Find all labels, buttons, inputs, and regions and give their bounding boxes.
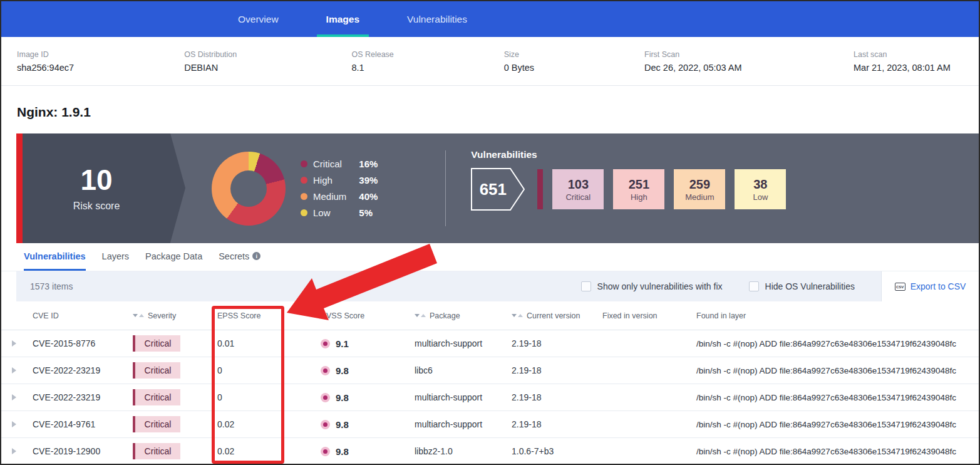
legend-label: Low bbox=[313, 207, 331, 218]
legend-item-medium: Medium bbox=[301, 191, 346, 202]
current-version: 2.19-18 bbox=[505, 419, 596, 429]
column-label: Found in layer bbox=[696, 311, 746, 320]
legend-dot-2 bbox=[301, 193, 307, 200]
column-label: Package bbox=[430, 311, 460, 320]
hide-os-vulns-checkbox[interactable] bbox=[749, 281, 759, 291]
column-header-cve-id[interactable]: CVE ID bbox=[26, 311, 126, 320]
column-header-package[interactable]: Package bbox=[408, 311, 505, 320]
app-window: Overview Images Vulnerabilities Image ID… bbox=[0, 0, 980, 465]
epss-score: 0.01 bbox=[211, 338, 314, 348]
legend-dot-3 bbox=[301, 209, 307, 216]
column-label: CVE ID bbox=[33, 311, 59, 320]
legend-item-critical: Critical bbox=[301, 159, 346, 169]
meta-value: DEBIAN bbox=[184, 63, 351, 73]
vuln-label: Critical bbox=[565, 192, 591, 202]
legend-pct: 5% bbox=[359, 207, 393, 218]
meta-label: OS Distribution bbox=[184, 50, 351, 59]
cvss-score: 9.1 bbox=[336, 338, 349, 349]
meta-os-distribution: OS Distribution DEBIAN bbox=[184, 50, 351, 73]
vuln-count: 251 bbox=[629, 177, 649, 191]
info-icon: i bbox=[252, 252, 260, 260]
column-header-epss-score[interactable]: EPSS Score bbox=[211, 311, 314, 320]
vuln-box-2: 259 Medium bbox=[674, 169, 725, 209]
column-header-cvss-score[interactable]: CVSS Score bbox=[314, 311, 408, 320]
risk-score-label: Risk score bbox=[73, 201, 120, 212]
expand-row-icon[interactable] bbox=[12, 367, 16, 374]
current-version: 1.0.6-7+b3 bbox=[505, 446, 596, 456]
meta-value: sha256:94ec7 bbox=[17, 63, 184, 73]
total-vulnerabilities-count: 651 bbox=[471, 168, 525, 211]
vulnerabilities-heading: Vulnerabilities bbox=[471, 149, 786, 160]
risk-summary-panel: 10 Risk score Critical 16% High 39% Medi… bbox=[16, 133, 979, 243]
expand-row-icon[interactable] bbox=[12, 394, 16, 400]
vuln-box-1: 251 High bbox=[613, 169, 664, 209]
table-row[interactable]: CVE-2019-12900 Critical 0.02 9.8 libbz2-… bbox=[1, 438, 979, 465]
meta-size: Size 0 Bytes bbox=[504, 50, 644, 73]
current-version: 2.19-18 bbox=[505, 338, 596, 348]
expand-row-icon[interactable] bbox=[12, 421, 16, 427]
severity-badge: Critical bbox=[133, 416, 180, 432]
nav-tab-images[interactable]: Images bbox=[326, 1, 359, 37]
table-row[interactable]: CVE-2015-8776 Critical 0.01 9.1 multiarc… bbox=[1, 330, 979, 357]
tab-vulnerabilities[interactable]: Vulnerabilities bbox=[24, 243, 86, 271]
meta-image-id: Image ID sha256:94ec7 bbox=[17, 50, 184, 73]
meta-first-scan: First Scan Dec 26, 2022, 05:03 AM bbox=[644, 50, 854, 73]
cvss-score: 9.8 bbox=[336, 419, 349, 430]
panel-divider bbox=[445, 150, 446, 226]
tab-secrets[interactable]: Secrets i bbox=[219, 243, 260, 271]
cvss-score-icon bbox=[321, 393, 330, 402]
expand-row-icon[interactable] bbox=[12, 448, 16, 454]
image-metadata-strip: Image ID sha256:94ec7 OS Distribution DE… bbox=[1, 37, 979, 86]
table-body: CVE-2015-8776 Critical 0.01 9.1 multiarc… bbox=[1, 330, 979, 465]
export-to-csv-button[interactable]: CSV Export to CSV bbox=[881, 271, 979, 301]
nav-tab-overview[interactable]: Overview bbox=[238, 1, 279, 37]
tab-layers[interactable]: Layers bbox=[102, 243, 130, 271]
top-navigation: Overview Images Vulnerabilities bbox=[1, 1, 979, 37]
total-vulnerabilities-badge: 651 bbox=[471, 168, 525, 211]
meta-label: OS Release bbox=[351, 50, 503, 59]
nav-tab-vulnerabilities[interactable]: Vulnerabilities bbox=[407, 1, 467, 37]
legend-dot-1 bbox=[301, 177, 307, 184]
tab-package-data[interactable]: Package Data bbox=[145, 243, 202, 271]
donut-legend: Critical 16% High 39% Medium 40% Low 5% bbox=[301, 159, 393, 218]
severity-badge: Critical bbox=[133, 389, 180, 405]
risk-score-block: 10 Risk score bbox=[23, 133, 170, 243]
sort-icon[interactable] bbox=[415, 314, 426, 317]
risk-score-value: 10 bbox=[80, 165, 112, 194]
vuln-box-0: 103 Critical bbox=[552, 169, 604, 209]
csv-file-icon: CSV bbox=[895, 283, 905, 291]
column-header-found-in-layer[interactable]: Found in layer bbox=[690, 311, 979, 320]
vuln-label: High bbox=[631, 192, 647, 202]
sort-icon[interactable] bbox=[133, 314, 144, 317]
found-in-layer: /bin/sh -c #(nop) ADD file:864a9927c63e4… bbox=[690, 447, 979, 456]
column-header-severity[interactable]: Severity bbox=[126, 311, 211, 320]
table-row[interactable]: CVE-2014-9761 Critical 0.02 9.8 multiarc… bbox=[1, 411, 979, 438]
cve-id[interactable]: CVE-2014-9761 bbox=[26, 419, 126, 429]
cve-id[interactable]: CVE-2022-23219 bbox=[26, 365, 126, 375]
package-name: multiarch-support bbox=[408, 392, 505, 402]
show-only-fix-checkbox[interactable] bbox=[581, 281, 591, 291]
legend-dot-0 bbox=[301, 160, 307, 167]
sort-icon[interactable] bbox=[512, 314, 523, 317]
cve-id[interactable]: CVE-2019-12900 bbox=[26, 446, 126, 456]
cve-id[interactable]: CVE-2015-8776 bbox=[26, 338, 126, 348]
found-in-layer: /bin/sh -c #(nop) ADD file:864a9927c63e4… bbox=[690, 366, 979, 375]
column-label: EPSS Score bbox=[217, 311, 260, 320]
meta-value: Mar 21, 2023, 08:01 AM bbox=[854, 63, 979, 73]
table-row[interactable]: CVE-2022-23219 Critical 0 9.8 multiarch-… bbox=[1, 384, 979, 411]
expand-row-icon[interactable] bbox=[12, 340, 16, 347]
legend-label: Critical bbox=[313, 159, 342, 169]
column-header-current-version[interactable]: Current version bbox=[505, 311, 596, 320]
table-toolbar: 1573 items Show only vulnerabilities wit… bbox=[16, 271, 979, 301]
cvss-score-icon bbox=[321, 420, 330, 429]
cve-id[interactable]: CVE-2022-23219 bbox=[26, 392, 126, 402]
column-header-fixed-in-version[interactable]: Fixed in version bbox=[596, 311, 690, 320]
epss-score: 0.02 bbox=[211, 419, 314, 429]
package-name: libc6 bbox=[408, 365, 505, 375]
meta-label: Image ID bbox=[17, 50, 184, 59]
legend-label: High bbox=[313, 175, 333, 185]
found-in-layer: /bin/sh -c #(nop) ADD file:864a9927c63e4… bbox=[690, 339, 979, 348]
filter-only-with-fix: Show only vulnerabilities with fix bbox=[581, 281, 723, 291]
table-header: CVE ID Severity EPSS Score CVSS Score Pa… bbox=[1, 301, 979, 330]
table-row[interactable]: CVE-2022-23219 Critical 0 9.8 libc6 2.19… bbox=[1, 357, 979, 384]
